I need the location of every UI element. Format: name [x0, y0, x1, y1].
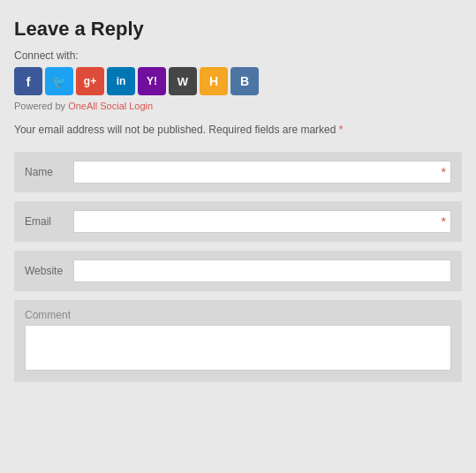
linkedin-icon[interactable]: in	[107, 67, 135, 95]
comment-textarea[interactable]	[25, 325, 451, 371]
email-label: Email	[25, 215, 73, 228]
wordpress-icon[interactable]: W	[169, 67, 197, 95]
connect-label: Connect with:	[14, 49, 462, 62]
facebook-icon[interactable]: f	[14, 67, 42, 95]
required-notice: Your email address will not be published…	[14, 124, 462, 136]
vk-icon[interactable]: B	[230, 67, 259, 95]
email-field-section: Email *	[14, 201, 462, 242]
name-field-row: Name *	[25, 161, 451, 184]
name-input[interactable]	[73, 161, 451, 184]
website-field-row: Website	[25, 259, 451, 282]
comment-section: Comment	[14, 300, 462, 382]
hotmail-icon[interactable]: H	[200, 67, 228, 95]
comment-label: Comment	[25, 309, 451, 321]
twitter-icon[interactable]: 🐦	[45, 67, 73, 95]
email-input[interactable]	[73, 210, 451, 233]
name-required-star: *	[442, 165, 446, 179]
website-input[interactable]	[73, 259, 451, 282]
yahoo-icon[interactable]: Y!	[138, 67, 166, 95]
oneall-link[interactable]: OneAll Social Login	[68, 101, 153, 111]
name-label: Name	[25, 166, 73, 178]
website-label: Website	[25, 265, 73, 277]
google-icon[interactable]: g+	[76, 67, 104, 95]
required-asterisk: *	[339, 124, 344, 136]
email-required-star: *	[442, 214, 446, 229]
powered-by: Powered by OneAll Social Login	[14, 101, 462, 111]
page-title: Leave a Reply	[14, 18, 462, 41]
name-field-section: Name *	[14, 152, 462, 192]
social-icons-bar: f 🐦 g+ in Y! W H B	[14, 67, 462, 95]
website-field-section: Website	[14, 251, 462, 291]
email-field-row: Email *	[25, 210, 451, 233]
leave-reply-container: Leave a Reply Connect with: f 🐦 g+ in Y!…	[0, 0, 476, 473]
